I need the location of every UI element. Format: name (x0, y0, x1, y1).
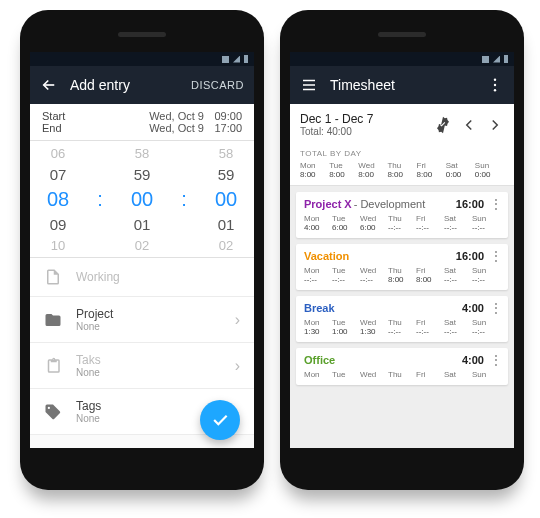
working-label: Working (76, 270, 240, 284)
card-hours: 16:00 (456, 198, 484, 210)
project-name: Project X (304, 198, 352, 210)
project-item[interactable]: Project None › (30, 297, 254, 343)
picker-m: 02 (126, 238, 158, 253)
screen-timesheet: Timesheet Dec 1 - Dec 7 Total: 40:00 (290, 52, 514, 448)
total-label: Total: 40:00 (300, 126, 373, 137)
chevron-right-icon: › (235, 311, 240, 329)
overflow-icon[interactable] (486, 76, 504, 94)
app-bar: Timesheet (290, 66, 514, 104)
total-by-day: TOTAL BY DAY Mon8:00Tue8:00Wed8:00Thu8:0… (290, 145, 514, 186)
end-date: Wed, Oct 9 (134, 122, 204, 134)
check-icon (210, 410, 230, 430)
card-day-cell: Thu--:-- (388, 318, 416, 336)
picker-m: 01 (126, 216, 158, 233)
menu-icon[interactable] (300, 76, 318, 94)
card-day-cell: Tue6:00 (332, 214, 360, 232)
tasks-label: Taks (76, 353, 221, 367)
day-cell: Sat0:00 (446, 161, 475, 179)
card-day-cell: Sat--:-- (444, 214, 472, 232)
signal-icon (233, 56, 240, 63)
appbar-title: Add entry (70, 77, 179, 93)
picker-m: 58 (126, 146, 158, 161)
card-day-cell: Fri--:-- (416, 214, 444, 232)
card-day-cell: Fri8:00 (416, 266, 444, 284)
chevron-right-icon: › (235, 357, 240, 375)
tasks-item[interactable]: Taks None › (30, 343, 254, 389)
folder-icon (44, 311, 62, 329)
card-overflow-icon[interactable]: ⋮ (490, 355, 500, 365)
start-label: Start (42, 110, 134, 122)
timesheet-card[interactable]: Office4:00⋮MonTueWedThuFriSatSun (296, 348, 508, 385)
card-day-cell: Sun--:-- (472, 214, 500, 232)
day-cell: Thu8:00 (387, 161, 416, 179)
card-day-cell: Wed--:-- (360, 266, 388, 284)
verified-icon[interactable] (434, 116, 452, 134)
end-label: End (42, 122, 134, 134)
project-label: Project (76, 307, 221, 321)
card-day-cell: Sun (472, 370, 500, 379)
project-name: Office (304, 354, 335, 366)
working-item[interactable]: Working (30, 258, 254, 297)
card-overflow-icon[interactable]: ⋮ (490, 303, 500, 313)
battery-icon (244, 55, 248, 63)
card-day-cell: Wed1:30 (360, 318, 388, 336)
screen-add-entry: Add entry DISCARD Start Wed, Oct 9 09:00… (30, 52, 254, 448)
card-hours: 4:00 (462, 354, 484, 366)
next-week-icon[interactable] (486, 116, 504, 134)
card-day-cell: Fri (416, 370, 444, 379)
timesheet-header: Dec 1 - Dec 7 Total: 40:00 (290, 104, 514, 145)
app-bar: Add entry DISCARD (30, 66, 254, 104)
clipboard-icon (44, 357, 62, 375)
start-end-block[interactable]: Start Wed, Oct 9 09:00 End Wed, Oct 9 17… (30, 104, 254, 141)
picker-s: 58 (210, 146, 242, 161)
picker-s: 01 (210, 216, 242, 233)
tasks-value: None (76, 367, 221, 378)
card-hours: 4:00 (462, 302, 484, 314)
card-day-cell: Mon1:30 (304, 318, 332, 336)
picker-s: 59 (210, 166, 242, 183)
day-cell: Mon8:00 (300, 161, 329, 179)
start-time: 09:00 (204, 110, 242, 122)
status-bar (290, 52, 514, 66)
status-bar (30, 52, 254, 66)
confirm-fab[interactable] (200, 400, 240, 440)
card-day-cell: Sat--:-- (444, 266, 472, 284)
card-day-cell: Tue--:-- (332, 266, 360, 284)
project-name: Break (304, 302, 335, 314)
project-name: Vacation (304, 250, 349, 262)
task-name: - Development (354, 198, 426, 210)
card-day-cell: Sat--:-- (444, 318, 472, 336)
discard-button[interactable]: DISCARD (191, 79, 244, 91)
card-overflow-icon[interactable]: ⋮ (490, 251, 500, 261)
date-range: Dec 1 - Dec 7 (300, 112, 373, 126)
card-day-cell: Thu (388, 370, 416, 379)
phone-speaker (378, 32, 426, 37)
svg-point-1 (494, 84, 496, 86)
timesheet-card[interactable]: Break4:00⋮Mon1:30Tue1:00Wed1:30Thu--:--F… (296, 296, 508, 342)
back-icon[interactable] (40, 76, 58, 94)
card-day-cell: Thu--:-- (388, 214, 416, 232)
day-cell: Sun0:00 (475, 161, 504, 179)
start-date: Wed, Oct 9 (134, 110, 204, 122)
timesheet-card[interactable]: Vacation16:00⋮Mon--:--Tue--:--Wed--:--Th… (296, 244, 508, 290)
phone-timesheet: Timesheet Dec 1 - Dec 7 Total: 40:00 (280, 10, 524, 490)
picker-h: 06 (42, 146, 74, 161)
card-day-cell: Mon4:00 (304, 214, 332, 232)
status-icon (482, 56, 489, 63)
picker-h: 07 (42, 166, 74, 183)
picker-m-sel: 00 (126, 188, 158, 211)
card-hours: 16:00 (456, 250, 484, 262)
timesheet-card[interactable]: Project X - Development16:00⋮Mon4:00Tue6… (296, 192, 508, 238)
card-day-cell: Fri--:-- (416, 318, 444, 336)
day-cell: Tue8:00 (329, 161, 358, 179)
prev-week-icon[interactable] (460, 116, 478, 134)
card-day-cell: Mon (304, 370, 332, 379)
duration-picker[interactable]: 065858 075959 08:00:00 090101 100202 (30, 141, 254, 258)
picker-h: 09 (42, 216, 74, 233)
card-day-cell: Mon--:-- (304, 266, 332, 284)
note-icon (44, 268, 62, 286)
project-value: None (76, 321, 221, 332)
picker-h: 10 (42, 238, 74, 253)
card-overflow-icon[interactable]: ⋮ (490, 199, 500, 209)
picker-m: 59 (126, 166, 158, 183)
